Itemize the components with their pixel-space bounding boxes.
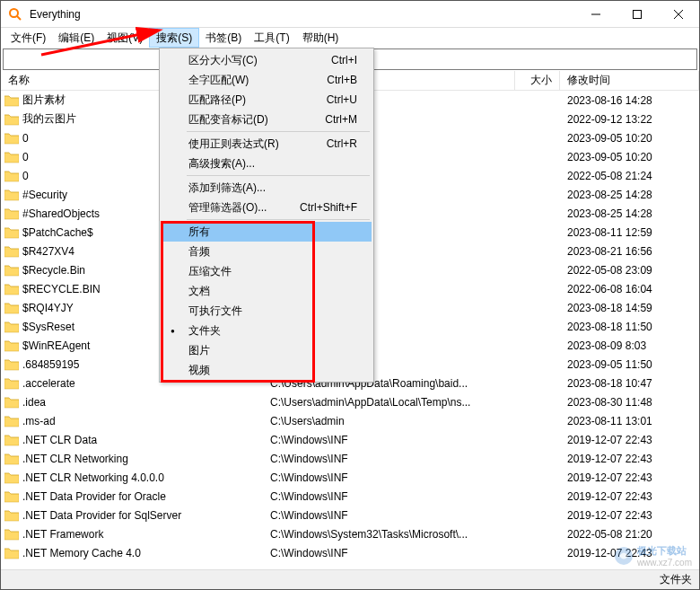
table-row[interactable]: .NET Memory Cache 4.0C:\Windows\INF2019-… [1, 543, 699, 562]
file-name: .NET CLR Networking [22, 453, 270, 465]
file-date: 2023-08-18 11:50 [560, 321, 699, 333]
menu-option-label: 图片 [188, 343, 210, 358]
table-row[interactable]: NETFrameworkC:\Windows\INF [1, 562, 699, 567]
menu-option[interactable]: 全字匹配(W)Ctrl+B [162, 70, 372, 90]
file-path: C:\Windows\INF [270, 453, 515, 465]
table-row[interactable]: .NET CLR Networking 4.0.0.0C:\Windows\IN… [1, 468, 699, 487]
menu-option-label: 匹配路径(P) [188, 92, 246, 108]
file-date: 2023-08-18 10:47 [560, 377, 699, 390]
file-date: 2023-09-05 10:20 [560, 151, 699, 163]
menu-option-label: 文件夹 [188, 323, 221, 339]
menu-item-5[interactable]: 工具(T) [248, 28, 295, 48]
menu-shortcut: Ctrl+I [331, 54, 357, 66]
table-row[interactable]: .ms-adC:\Users\admin2023-08-11 13:01 [1, 411, 699, 430]
menu-separator [187, 175, 370, 176]
table-row[interactable]: .NET CLR DataC:\Windows\INF2019-12-07 22… [1, 430, 699, 449]
statusbar-right: 文件夹 [660, 572, 692, 587]
file-path: C:\Windows\INF [270, 547, 515, 559]
table-row[interactable]: .NET FrameworkC:\Windows\System32\Tasks\… [1, 524, 699, 543]
menu-option[interactable]: 文档 [162, 281, 372, 301]
table-row[interactable]: .ideaC:\Users\admin\AppData\Local\Temp\n… [1, 392, 699, 411]
file-date: 2023-08-30 11:48 [560, 396, 699, 409]
table-row[interactable]: .NET CLR NetworkingC:\Windows\INF2019-12… [1, 449, 699, 468]
menu-option[interactable]: ●文件夹 [162, 321, 372, 340]
close-button[interactable] [658, 1, 699, 28]
file-date: 2019-12-07 22:43 [560, 453, 699, 465]
file-date: 2022-06-08 16:04 [560, 283, 699, 295]
menu-item-1[interactable]: 编辑(E) [52, 28, 101, 48]
file-path: C:\Windows\INF [270, 434, 515, 446]
column-date[interactable]: 修改时间 [560, 71, 699, 90]
file-date: 2019-12-07 22:43 [560, 509, 699, 522]
file-path: C:\Windows\INF [270, 490, 515, 503]
file-path: C:\Windows\INF [270, 566, 515, 568]
file-path: C:\Windows\INF [270, 509, 515, 522]
menu-option[interactable]: 音频 [162, 242, 372, 261]
file-path: C:\Windows\INF [270, 471, 515, 484]
menu-shortcut: Ctrl+M [325, 113, 357, 126]
menu-option-label: 区分大小写(C) [188, 53, 258, 68]
menu-option-label: 使用正则表达式(R) [188, 136, 279, 152]
menu-option-label: 音频 [188, 244, 210, 260]
file-date: 2019-12-07 22:43 [560, 434, 699, 446]
file-date: 2023-08-16 14:28 [560, 94, 699, 107]
minimize-button[interactable] [575, 1, 617, 28]
menu-option[interactable]: 图片 [162, 340, 372, 360]
menu-option-label: 高级搜索(A)... [188, 156, 255, 172]
menu-option[interactable]: 区分大小写(C)Ctrl+I [162, 50, 372, 70]
menu-shortcut: Ctrl+U [327, 93, 357, 106]
file-date: 2023-08-25 14:28 [560, 189, 699, 201]
menu-option-label: 文档 [188, 284, 210, 299]
menu-option-label: 添加到筛选(A)... [188, 181, 266, 196]
svg-rect-3 [634, 10, 642, 18]
menu-option-label: 管理筛选器(O)... [188, 200, 267, 216]
menu-option[interactable]: 压缩文件 [162, 261, 372, 281]
menu-option[interactable]: 可执行文件 [162, 301, 372, 321]
column-size[interactable]: 大小 [515, 71, 560, 90]
menu-item-0[interactable]: 文件(F) [4, 28, 52, 48]
menu-option-label: 压缩文件 [188, 264, 232, 279]
file-date: 2022-09-12 13:22 [560, 113, 699, 126]
file-date: 2023-09-05 10:20 [560, 132, 699, 145]
file-date: 2022-05-08 21:24 [560, 170, 699, 182]
menu-option[interactable]: 管理筛选器(O)...Ctrl+Shift+F [162, 198, 372, 217]
menu-shortcut: Ctrl+B [327, 74, 357, 86]
menu-separator [187, 131, 370, 132]
menu-option[interactable]: 匹配路径(P)Ctrl+U [162, 90, 372, 110]
file-date: 2023-08-18 14:59 [560, 302, 699, 314]
file-date: 2019-12-07 22:43 [560, 471, 699, 484]
menu-option[interactable]: 匹配变音标记(D)Ctrl+M [162, 110, 372, 129]
table-row[interactable]: .NET Data Provider for SqlServerC:\Windo… [1, 506, 699, 524]
table-row[interactable]: .NET Data Provider for OracleC:\Windows\… [1, 487, 699, 506]
menu-shortcut: Ctrl+R [327, 137, 357, 150]
file-name: .NET Framework [22, 528, 270, 541]
menu-option-label: 视频 [188, 363, 210, 378]
svg-point-0 [10, 9, 18, 17]
file-name: .NET Data Provider for Oracle [22, 490, 270, 503]
file-date: 2023-08-11 12:59 [560, 226, 699, 239]
menu-item-4[interactable]: 书签(B) [199, 28, 248, 48]
menu-option[interactable]: 使用正则表达式(R)Ctrl+R [162, 134, 372, 154]
maximize-button[interactable] [617, 1, 658, 28]
menu-item-6[interactable]: 帮助(H) [296, 28, 346, 48]
window-controls [575, 1, 699, 28]
file-name: .NET Data Provider for SqlServer [22, 509, 270, 522]
file-date: 2019-12-07 22:43 [560, 490, 699, 503]
file-date: 2023-08-21 16:56 [560, 245, 699, 258]
menu-option[interactable]: 视频 [162, 360, 372, 380]
menu-item-2[interactable]: 视图(V) [101, 28, 149, 48]
file-name: NETFramework [22, 566, 270, 568]
watermark: 极光下载站 www.xz7.com [614, 544, 692, 568]
bullet-icon: ● [171, 327, 175, 335]
menu-option-label: 全字匹配(W) [188, 73, 249, 88]
menu-item-3[interactable]: 搜索(S) [149, 28, 199, 48]
menu-option[interactable]: 添加到筛选(A)... [162, 178, 372, 198]
svg-line-1 [17, 16, 21, 20]
menubar: 文件(F)编辑(E)视图(V)搜索(S)书签(B)工具(T)帮助(H) [1, 28, 699, 48]
menu-shortcut: Ctrl+Shift+F [300, 201, 357, 214]
file-path: C:\Users\admin\AppData\Local\Temp\ns... [270, 396, 515, 409]
menu-option[interactable]: 所有 [162, 222, 372, 242]
file-date: 2022-05-08 21:20 [560, 528, 699, 541]
menu-option-label: 所有 [188, 225, 210, 240]
menu-option[interactable]: 高级搜索(A)... [162, 154, 372, 173]
